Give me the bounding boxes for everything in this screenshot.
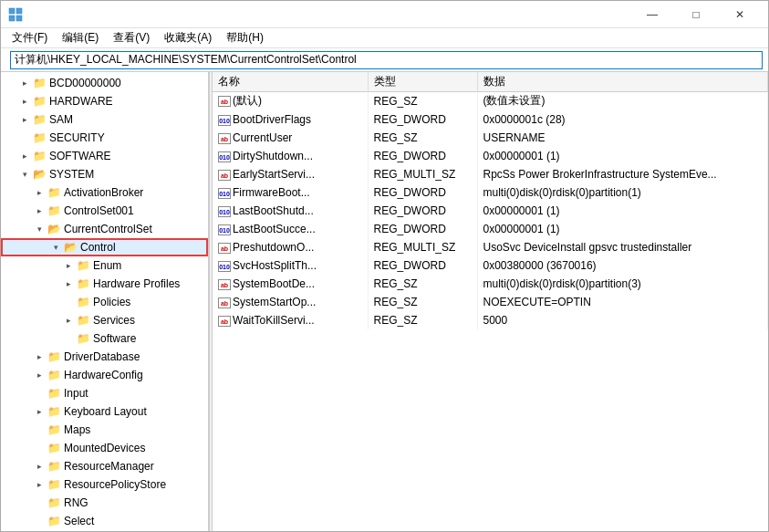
expand-arrow-resourcepolicystore[interactable] <box>32 480 47 489</box>
tree-item-hardwareprofiles[interactable]: Hardware Profiles <box>1 275 208 293</box>
expand-arrow-services[interactable] <box>61 316 76 325</box>
table-row[interactable]: abEarlyStartServi...REG_MULTI_SZRpcSs Po… <box>213 165 768 183</box>
tree-item-services[interactable]: Services <box>1 311 208 329</box>
tree-item-maps[interactable]: Maps <box>1 421 208 439</box>
tree-item-system[interactable]: SYSTEM <box>1 165 208 183</box>
expand-arrow-currentcontrolset[interactable] <box>32 224 47 234</box>
tree-item-resourcepolicystore[interactable]: ResourcePolicyStore <box>1 475 208 494</box>
tree-label-currentcontrolset: CurrentControlSet <box>64 223 152 235</box>
menu-bar: 文件(F)编辑(E)查看(V)收藏夹(A)帮助(H) <box>1 28 768 48</box>
registry-editor-window: — □ ✕ 文件(F)编辑(E)查看(V)收藏夹(A)帮助(H) BCD0000… <box>0 0 769 532</box>
table-header: 名称 类型 数据 <box>213 72 768 92</box>
table-row[interactable]: abCurrentUserREG_SZUSERNAME <box>213 129 768 147</box>
tree-item-policies[interactable]: Policies <box>1 293 208 311</box>
tree-item-security[interactable]: SECURITY <box>1 129 208 147</box>
cell-data-12: 5000 <box>477 311 768 329</box>
table-row[interactable]: 010LastBootShutd...REG_DWORD0x00000001 (… <box>213 202 768 220</box>
table-row[interactable]: abPreshutdownO...REG_MULTI_SZUsoSvc Devi… <box>213 238 768 256</box>
minimize-button[interactable]: — <box>631 1 673 28</box>
cell-type-11: REG_SZ <box>368 293 477 311</box>
expand-arrow-control[interactable] <box>48 243 63 252</box>
svg-rect-2 <box>9 16 15 21</box>
tree-item-hardware[interactable]: HARDWARE <box>1 92 208 110</box>
tree-item-control[interactable]: Control <box>1 238 208 256</box>
cell-type-6: REG_DWORD <box>368 202 477 220</box>
expand-arrow-controlset001[interactable] <box>32 206 47 215</box>
expand-arrow-system[interactable] <box>17 170 32 179</box>
tree-item-bcd[interactable]: BCD00000000 <box>1 74 208 92</box>
col-data[interactable]: 数据 <box>477 72 768 92</box>
folder-icon-hardwareconfig <box>47 369 61 381</box>
cell-name-8: abPreshutdownO... <box>213 238 368 256</box>
table-row[interactable]: 010FirmwareBoot...REG_DWORDmulti(0)disk(… <box>213 183 768 202</box>
table-row[interactable]: 010DirtyShutdown...REG_DWORD0x00000001 (… <box>213 147 768 165</box>
cell-data-9: 0x00380000 (3670016) <box>477 256 768 275</box>
tree-item-software[interactable]: SOFTWARE <box>1 147 208 165</box>
tree-item-activationbroker[interactable]: ActivationBroker <box>1 183 208 202</box>
table-body: ab(默认)REG_SZ(数值未设置)010BootDriverFlagsREG… <box>213 92 768 329</box>
menu-item-h[interactable]: 帮助(H) <box>219 28 271 47</box>
tree-label-policies: Policies <box>93 296 130 308</box>
registry-table: 名称 类型 数据 ab(默认)REG_SZ(数值未设置)010BootDrive… <box>213 72 768 329</box>
tree-panel: BCD00000000HARDWARESAMSECURITYSOFTWARESY… <box>1 72 209 531</box>
tree-label-software2: Software <box>93 332 136 345</box>
expand-arrow-hardware[interactable] <box>17 97 32 106</box>
folder-icon-activationbroker <box>47 186 61 199</box>
menu-item-a[interactable]: 收藏夹(A) <box>157 28 219 47</box>
tree-item-driverdatabase[interactable]: DriverDatabase <box>1 348 208 366</box>
expand-arrow-bcd[interactable] <box>17 78 32 88</box>
address-input[interactable] <box>10 51 763 69</box>
reg-sz-icon: ab <box>218 279 231 290</box>
tree-item-controlset001[interactable]: ControlSet001 <box>1 202 208 220</box>
tree-item-software2[interactable]: Software <box>1 329 208 348</box>
tree-item-input[interactable]: Input <box>1 384 208 402</box>
maximize-button[interactable]: □ <box>675 1 717 28</box>
folder-icon-input <box>47 387 61 400</box>
expand-arrow-driverdatabase[interactable] <box>32 352 47 361</box>
table-row[interactable]: abWaitToKillServi...REG_SZ5000 <box>213 311 768 329</box>
close-button[interactable]: ✕ <box>719 1 761 28</box>
expand-arrow-resourcemanager[interactable] <box>32 462 47 471</box>
col-name[interactable]: 名称 <box>213 72 368 92</box>
tree-item-rng[interactable]: RNG <box>1 494 208 512</box>
menu-item-e[interactable]: 编辑(E) <box>55 28 106 47</box>
expand-arrow-hardwareconfig[interactable] <box>32 370 47 380</box>
cell-type-1: REG_DWORD <box>368 110 477 129</box>
tree-item-currentcontrolset[interactable]: CurrentControlSet <box>1 220 208 238</box>
tree-item-keyboardlayout[interactable]: Keyboard Layout <box>1 402 208 421</box>
expand-arrow-activationbroker[interactable] <box>32 188 47 197</box>
table-row[interactable]: 010BootDriverFlagsREG_DWORD0x0000001c (2… <box>213 110 768 129</box>
table-row[interactable]: abSystemStartOp...REG_SZ NOEXECUTE=OPTIN <box>213 293 768 311</box>
tree-label-input: Input <box>64 387 88 400</box>
expand-arrow-software[interactable] <box>17 151 32 161</box>
tree-item-select[interactable]: Select <box>1 512 208 530</box>
reg-sz-icon: ab <box>218 96 231 107</box>
cell-type-9: REG_DWORD <box>368 256 477 275</box>
expand-arrow-enum[interactable] <box>61 261 76 270</box>
table-row[interactable]: abSystemBootDe...REG_SZmulti(0)disk(0)rd… <box>213 275 768 293</box>
tree-item-sam[interactable]: SAM <box>1 110 208 129</box>
tree-item-hardwareconfig[interactable]: HardwareConfig <box>1 366 208 384</box>
cell-name-3: 010DirtyShutdown... <box>213 147 368 165</box>
col-type[interactable]: 类型 <box>368 72 477 92</box>
table-row[interactable]: 010SvcHostSplitTh...REG_DWORD0x00380000 … <box>213 256 768 275</box>
tree-item-resourcemanager[interactable]: ResourceManager <box>1 457 208 475</box>
tree-item-mounteddevices[interactable]: MountedDevices <box>1 439 208 457</box>
cell-type-2: REG_SZ <box>368 129 477 147</box>
expand-arrow-hardwareprofiles[interactable] <box>61 279 76 288</box>
folder-icon-system <box>32 168 47 181</box>
menu-item-f[interactable]: 文件(F) <box>5 28 55 47</box>
expand-arrow-keyboardlayout[interactable] <box>32 407 47 416</box>
folder-icon-hardwareprofiles <box>76 277 90 290</box>
cell-type-12: REG_SZ <box>368 311 477 329</box>
address-bar <box>1 48 768 72</box>
tree-item-enum[interactable]: Enum <box>1 256 208 275</box>
folder-icon-resourcemanager <box>47 460 61 473</box>
expand-arrow-sam[interactable] <box>17 115 32 124</box>
tree-label-hardwareprofiles: Hardware Profiles <box>93 277 180 290</box>
tree-label-hardwareconfig: HardwareConfig <box>64 369 143 381</box>
menu-item-v[interactable]: 查看(V) <box>106 28 157 47</box>
tree-label-hardware: HARDWARE <box>49 95 113 108</box>
table-row[interactable]: ab(默认)REG_SZ(数值未设置) <box>213 92 768 110</box>
table-row[interactable]: 010LastBootSucce...REG_DWORD0x00000001 (… <box>213 220 768 238</box>
